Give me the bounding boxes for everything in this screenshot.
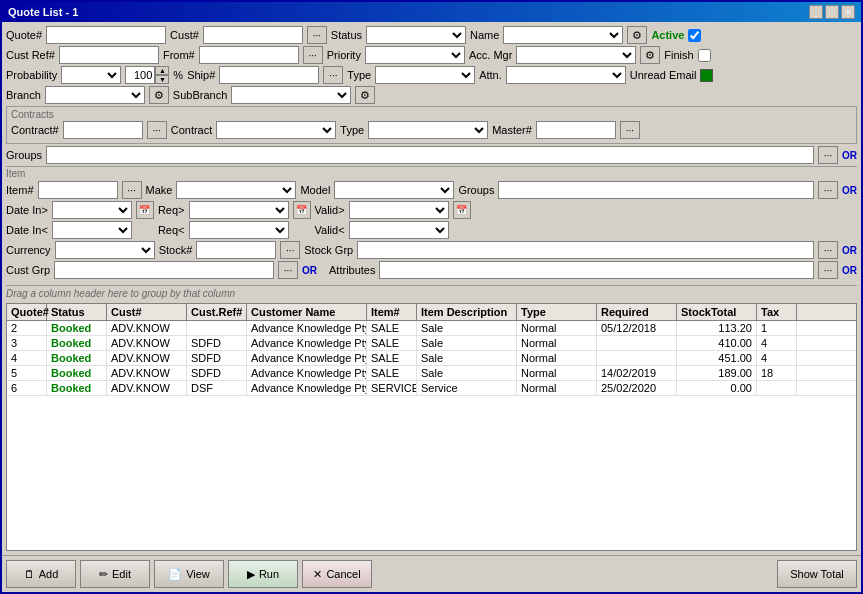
cell-status: Booked <box>47 321 107 335</box>
item-groups-dots-button[interactable]: ··· <box>818 181 838 199</box>
req-lt-select[interactable] <box>189 221 289 239</box>
table-row[interactable]: 4 Booked ADV.KNOW SDFD Advance Knowledge… <box>7 351 856 366</box>
cell-required: 05/12/2018 <box>597 321 677 335</box>
item-dots-button[interactable]: ··· <box>122 181 142 199</box>
valid-gt-select[interactable] <box>349 201 449 219</box>
date-in-gt-select[interactable] <box>52 201 132 219</box>
cust-dots-button[interactable]: ··· <box>307 26 327 44</box>
subbranch-gear-button[interactable]: ⚙ <box>355 86 375 104</box>
col-customer[interactable]: Customer Name <box>247 304 367 320</box>
stock-grp-input[interactable] <box>357 241 814 259</box>
status-select[interactable] <box>366 26 466 44</box>
add-icon: 🗒 <box>24 568 35 580</box>
cell-quote: 6 <box>7 381 47 395</box>
attributes-input[interactable] <box>379 261 814 279</box>
master-dots-button[interactable]: ··· <box>620 121 640 139</box>
table-row[interactable]: 6 Booked ADV.KNOW DSF Advance Knowledge … <box>7 381 856 396</box>
priority-select[interactable] <box>365 46 465 64</box>
show-total-button[interactable]: Show Total <box>777 560 857 588</box>
active-checkbox[interactable] <box>688 29 701 42</box>
table-row[interactable]: 2 Booked ADV.KNOW Advance Knowledge Pty … <box>7 321 856 336</box>
col-tax[interactable]: Tax <box>757 304 797 320</box>
col-quote[interactable]: Quote# <box>7 304 47 320</box>
stock-dots-button[interactable]: ··· <box>280 241 300 259</box>
cust-grp-input[interactable] <box>54 261 274 279</box>
edit-button[interactable]: ✏ Edit <box>80 560 150 588</box>
cell-customer: Advance Knowledge Pty <box>247 351 367 365</box>
make-select[interactable] <box>176 181 296 199</box>
cell-item: SALE <box>367 351 417 365</box>
run-button[interactable]: ▶ Run <box>228 560 298 588</box>
cell-quote: 4 <box>7 351 47 365</box>
req-gt-cal-button[interactable]: 📅 <box>293 201 311 219</box>
minimize-button[interactable]: _ <box>809 5 823 19</box>
master-input[interactable] <box>536 121 616 139</box>
contract-num-dots-button[interactable]: ··· <box>147 121 167 139</box>
groups-input[interactable] <box>46 146 814 164</box>
add-button[interactable]: 🗒 Add <box>6 560 76 588</box>
contract-select[interactable] <box>216 121 336 139</box>
table-row[interactable]: 3 Booked ADV.KNOW SDFD Advance Knowledge… <box>7 336 856 351</box>
cust-grp-label: Cust Grp <box>6 264 50 276</box>
from-input[interactable] <box>199 46 299 64</box>
finish-checkbox[interactable] <box>698 49 711 62</box>
name-select[interactable] <box>503 26 623 44</box>
item-row-2: Date In> 📅 Req> 📅 Valid> 📅 <box>6 201 857 219</box>
cancel-button[interactable]: ✕ Cancel <box>302 560 372 588</box>
groups-dots-button[interactable]: ··· <box>818 146 838 164</box>
subbranch-select[interactable] <box>231 86 351 104</box>
stock-input[interactable] <box>196 241 276 259</box>
col-cust[interactable]: Cust# <box>107 304 187 320</box>
probability-down-button[interactable]: ▼ <box>155 75 169 84</box>
col-stock-total[interactable]: StockTotal <box>677 304 757 320</box>
model-select[interactable] <box>334 181 454 199</box>
contract-type-select[interactable] <box>368 121 488 139</box>
item-input[interactable] <box>38 181 118 199</box>
attn-select[interactable] <box>506 66 626 84</box>
cell-description: Sale <box>417 321 517 335</box>
stock-grp-dots-button[interactable]: ··· <box>818 241 838 259</box>
branch-gear-button[interactable]: ⚙ <box>149 86 169 104</box>
contract-num-input[interactable] <box>63 121 143 139</box>
date-in-lt-select[interactable] <box>52 221 132 239</box>
req-gt-select[interactable] <box>189 201 289 219</box>
item-groups-input[interactable] <box>498 181 814 199</box>
currency-select[interactable] <box>55 241 155 259</box>
quote-input[interactable] <box>46 26 166 44</box>
branch-select[interactable] <box>45 86 145 104</box>
col-required[interactable]: Required <box>597 304 677 320</box>
probability-input[interactable] <box>125 66 155 84</box>
table-row[interactable]: 5 Booked ADV.KNOW SDFD Advance Knowledge… <box>7 366 856 381</box>
date-in-gt-cal-button[interactable]: 📅 <box>136 201 154 219</box>
close-button[interactable]: ✕ <box>841 5 855 19</box>
cust-input[interactable] <box>203 26 303 44</box>
from-dots-button[interactable]: ··· <box>303 46 323 64</box>
col-type[interactable]: Type <box>517 304 597 320</box>
attributes-dots-button[interactable]: ··· <box>818 261 838 279</box>
ship-dots-button[interactable]: ··· <box>323 66 343 84</box>
col-cust-ref[interactable]: Cust.Ref# <box>187 304 247 320</box>
probability-up-button[interactable]: ▲ <box>155 66 169 75</box>
type-select[interactable] <box>375 66 475 84</box>
run-label: Run <box>259 568 279 580</box>
acc-mgr-select[interactable] <box>516 46 636 64</box>
type-label: Type <box>347 69 371 81</box>
col-description[interactable]: Item Description <box>417 304 517 320</box>
valid-lt-select[interactable] <box>349 221 449 239</box>
valid-gt-cal-button[interactable]: 📅 <box>453 201 471 219</box>
probability-type-select[interactable] <box>61 66 121 84</box>
name-gear-button[interactable]: ⚙ <box>627 26 647 44</box>
maximize-button[interactable]: □ <box>825 5 839 19</box>
cancel-label: Cancel <box>326 568 360 580</box>
view-button[interactable]: 📄 View <box>154 560 224 588</box>
col-item[interactable]: Item# <box>367 304 417 320</box>
ship-label: Ship# <box>187 69 215 81</box>
acc-mgr-gear-button[interactable]: ⚙ <box>640 46 660 64</box>
cust-grp-dots-button[interactable]: ··· <box>278 261 298 279</box>
ship-input[interactable] <box>219 66 319 84</box>
col-status[interactable]: Status <box>47 304 107 320</box>
currency-label: Currency <box>6 244 51 256</box>
contracts-label: Contracts <box>11 109 852 120</box>
cust-ref-input[interactable] <box>59 46 159 64</box>
data-grid[interactable]: Quote# Status Cust# Cust.Ref# Customer N… <box>6 303 857 551</box>
